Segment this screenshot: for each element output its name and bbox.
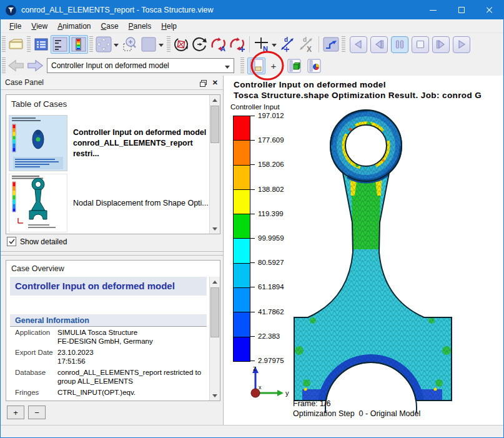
show-text-toggle[interactable]	[51, 35, 69, 54]
animate-rotation-move-icon	[229, 36, 246, 52]
scroll-up-icon[interactable]	[210, 95, 220, 105]
toolbar-drag-handle[interactable]	[167, 36, 170, 52]
menu-panels[interactable]: Panels	[124, 20, 157, 32]
history-forward-button[interactable]	[26, 56, 44, 75]
box-zoom-tool-button[interactable]	[139, 35, 158, 54]
table-of-cases-title: Table of Cases	[11, 99, 220, 109]
info-row-application: Application SIMULIA Tosca Structure FE-D…	[10, 328, 209, 346]
case-1-thumbnail	[9, 115, 67, 171]
svg-text:d: d	[303, 36, 307, 43]
animate-rotation-button[interactable]: A	[209, 35, 228, 54]
node-pick-button[interactable]: N	[252, 35, 271, 54]
maximize-button[interactable]	[447, 1, 475, 19]
open-file-button[interactable]	[7, 35, 26, 54]
step-forward-button[interactable]	[432, 36, 450, 53]
conrod-model[interactable]	[275, 101, 463, 413]
toolbar-drag-handle[interactable]	[89, 36, 93, 52]
pan-icon	[96, 36, 112, 52]
pause-button[interactable]	[391, 36, 408, 53]
forward-arrow-icon	[26, 59, 44, 72]
step-backward-button[interactable]	[370, 36, 388, 53]
axes-triad: z y x	[241, 364, 291, 403]
node-pick-dropdown[interactable]	[272, 44, 277, 49]
plot-view-layout-button[interactable]	[305, 57, 323, 74]
play-button[interactable]	[453, 36, 470, 53]
minimize-button[interactable]	[419, 1, 447, 19]
case-list-item-2[interactable]: Nodal Displacement from Shape Opti...	[9, 174, 209, 232]
menu-case[interactable]: Case	[96, 20, 124, 32]
case-1-subtitle: conrod_ALL_ELEMENTS_report restri...	[73, 138, 209, 159]
title-bar: conrod_ALL_ELEMENTS_report - Tosca Struc…	[1, 1, 503, 19]
close-button[interactable]	[475, 1, 503, 19]
viewport-case-subtitle: Tosca Structure.shape Optimization Resul…	[234, 91, 482, 100]
scrollbar-thumb[interactable]	[210, 106, 219, 143]
show-detailed-checkbox[interactable]: Show detailed	[7, 237, 67, 246]
measure-delete-button[interactable]: d X	[297, 35, 316, 54]
case-table-icon	[34, 37, 49, 52]
toolbar-drag-handle[interactable]	[2, 57, 6, 74]
add-view-button[interactable]: +	[267, 57, 280, 74]
box-zoom-dropdown[interactable]	[159, 44, 164, 49]
scroll-up-icon[interactable]	[210, 277, 220, 287]
measure-distance-button[interactable]: d	[279, 35, 297, 54]
legend-segment	[234, 312, 250, 337]
case-selector-value: Controller Input on deformed model	[47, 61, 225, 70]
play-backward-button[interactable]	[350, 36, 367, 53]
close-panel-icon[interactable]: ✕	[212, 79, 218, 87]
add-view-icon: +	[271, 61, 277, 71]
case-2-thumbnail	[9, 174, 67, 232]
remove-case-button[interactable]: −	[28, 406, 46, 419]
case-selector-combobox[interactable]: Controller Input on deformed model	[47, 58, 234, 73]
single-view-layout-button[interactable]	[247, 57, 265, 74]
rotate-free-button[interactable]	[172, 35, 190, 54]
history-back-button[interactable]	[7, 56, 26, 75]
pan-tool-dropdown[interactable]	[114, 44, 119, 49]
toolbar-drag-handle[interactable]	[27, 36, 31, 52]
animate-rotation-move-button[interactable]	[228, 35, 247, 54]
combobox-dropdown-icon	[225, 66, 230, 71]
add-case-button[interactable]: +	[7, 406, 24, 419]
optimization-step-label: Optimization Step 0 - Original Model	[293, 409, 420, 418]
toolbar-drag-handle[interactable]	[240, 57, 244, 74]
app-icon	[6, 5, 16, 16]
float-panel-icon[interactable]	[200, 80, 206, 86]
case-overview-title: Case Overview	[11, 264, 220, 273]
menu-view[interactable]: View	[26, 20, 52, 32]
case-list-scrollbar[interactable]	[209, 95, 220, 234]
menu-help[interactable]: Help	[156, 20, 182, 32]
menu-file[interactable]: File	[4, 20, 26, 32]
show-case-table-button[interactable]	[32, 35, 51, 54]
show-legend-toggle[interactable]	[69, 35, 88, 54]
model-viewport[interactable]: Controller Input on deformed model Tosca…	[224, 76, 504, 425]
model-view-icon	[287, 59, 301, 73]
legend-segment	[234, 239, 250, 263]
svg-text:N: N	[263, 45, 268, 52]
case-panel-title: Case Panel	[5, 78, 200, 87]
checkbox-checked-icon[interactable]	[7, 237, 16, 246]
back-arrow-icon	[7, 59, 25, 72]
rotate-view-button[interactable]	[190, 35, 209, 54]
pan-tool-button[interactable]	[94, 35, 113, 54]
legend-segment	[234, 214, 250, 239]
scrollbar-thumb[interactable]	[210, 287, 219, 337]
window-title: conrod_ALL_ELEMENTS_report - Tosca Struc…	[21, 6, 214, 14]
case-overview-scrollbar[interactable]	[209, 277, 220, 401]
chart-tool-button[interactable]	[322, 35, 340, 54]
stop-button[interactable]	[412, 36, 429, 53]
toolbar-separator	[249, 36, 250, 52]
rotate-cube-icon	[173, 36, 189, 52]
menu-animation[interactable]: Animation	[52, 20, 96, 32]
measure-delete-icon: d X	[298, 36, 315, 52]
animate-rotation-icon: A	[210, 36, 227, 52]
legend-colorbar	[233, 116, 250, 362]
plot-view-icon	[307, 59, 321, 73]
scroll-down-icon[interactable]	[210, 391, 220, 401]
case-list-item-1[interactable]: Controller Input on deformed model conro…	[9, 115, 209, 171]
panel-splitter[interactable]	[1, 251, 223, 256]
zoom-tool-button[interactable]	[121, 35, 139, 54]
scroll-down-icon[interactable]	[210, 224, 220, 234]
legend-segment	[234, 337, 250, 361]
toolbar-drag-handle[interactable]	[2, 36, 6, 52]
toolbar-drag-handle[interactable]	[342, 36, 345, 52]
model-view-layout-button[interactable]	[285, 57, 303, 74]
